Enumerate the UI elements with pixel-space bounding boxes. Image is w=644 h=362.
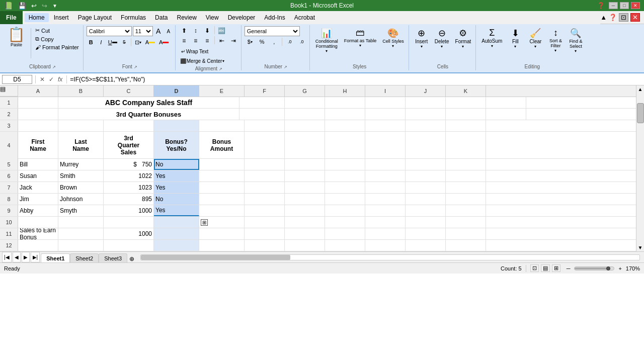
cell-J11[interactable] [406,228,446,239]
menu-insert[interactable]: Insert [50,13,73,22]
sheet-nav-first[interactable]: |◀ [2,252,12,262]
align-left-button[interactable]: ≡ [179,36,190,45]
indent-increase-button[interactable]: ⇥ [228,36,239,45]
cell-D7[interactable]: Yes [154,182,199,193]
cell-B12[interactable] [58,240,104,251]
format-painter-button[interactable]: 🖌 Format Painter [33,43,81,51]
cell-E8[interactable] [199,194,245,205]
cell-G6[interactable] [285,170,325,182]
page-break-view-button[interactable]: ⊞ [552,264,560,272]
help-button[interactable]: ❓ [597,2,605,9]
row-header-5[interactable]: 5 [0,159,18,170]
insert-sheet-button[interactable]: ⊕ [127,255,136,262]
normal-view-button[interactable]: ⊡ [530,264,539,272]
cell-A2[interactable] [18,109,58,120]
row-header-6[interactable]: 6 [0,170,18,182]
menu-page-layout[interactable]: Page Layout [74,13,116,22]
format-cells-button[interactable]: ⚙ Format ▾ [453,26,474,50]
percent-button[interactable]: % [257,37,268,46]
cell-E6[interactable] [199,170,245,182]
cell-A11[interactable]: Sales to Earn Bonus [18,228,58,239]
cell-I11[interactable] [365,228,406,239]
cell-E7[interactable] [199,182,245,193]
sheet-tab-2[interactable]: Sheet2 [70,253,99,262]
copy-button[interactable]: ⧉ Copy [33,35,81,43]
italic-button[interactable]: I [97,38,106,47]
zoom-slider[interactable] [574,266,614,270]
vertical-scrollbar[interactable]: ▲ ▼ [636,85,644,251]
cell-C11[interactable]: 1000 [104,228,154,239]
increase-decimal-button[interactable]: .0 [284,37,295,46]
formula-input[interactable] [70,75,642,84]
col-header-J[interactable]: J [406,85,446,97]
cell-K4[interactable] [446,132,486,159]
cell-A3[interactable] [18,120,58,131]
cell-E11[interactable] [199,228,245,239]
cell-J4[interactable] [406,132,446,159]
scroll-thumb[interactable] [637,103,644,123]
menu-acrobat[interactable]: Acrobat [290,13,319,22]
cell-A5[interactable]: Bill [18,159,58,170]
font-color-button[interactable]: A [157,38,170,47]
cell-G2[interactable] [325,109,365,120]
cell-E5[interactable] [199,159,245,170]
help-icon[interactable]: ❓ [609,14,617,21]
insert-cells-button[interactable]: ⊕ Insert ▾ [412,26,431,50]
cell-D12[interactable] [154,240,199,251]
row-header-4[interactable]: 4 [0,132,18,159]
cell-D10[interactable] [154,217,199,228]
redo-button[interactable]: ↪ [40,1,49,11]
menu-home[interactable]: Home [25,13,49,22]
cell-F9[interactable] [245,205,285,216]
sheet-nav-prev[interactable]: ◀ [13,252,21,262]
cell-styles-button[interactable]: 🎨 Cell Styles ▾ [380,26,407,50]
cell-I12[interactable] [365,240,406,251]
auto-fill-handle[interactable]: ⊞ [201,219,208,226]
cancel-formula-icon[interactable]: ✕ [39,76,46,83]
decrease-decimal-button[interactable]: .0 [296,37,307,46]
cell-G10[interactable] [285,217,325,228]
cell-F2[interactable] [285,109,325,120]
cell-F12[interactable] [245,240,285,251]
insert-function-icon[interactable]: fx [57,76,63,83]
conditional-formatting-button[interactable]: 📊 ConditionalFormatting ▾ [313,26,341,55]
row-header-2[interactable]: 2 [0,109,18,120]
cell-A6[interactable]: Susan [18,170,58,182]
ribbon-min-button[interactable]: ▲ [600,14,607,21]
cell-D9[interactable]: Yes [154,205,199,216]
cell-K3[interactable] [446,120,486,131]
page-layout-view-button[interactable]: ▤ [541,264,550,272]
cell-B2-merged[interactable]: 3rd Quarter Bonuses [58,109,239,120]
col-header-H[interactable]: H [325,85,365,97]
row-header-3[interactable]: 3 [0,120,18,131]
merge-center-button[interactable]: ⬛ Merge & Center ▾ [179,57,226,65]
cell-H9[interactable] [325,205,365,216]
zoom-out-button[interactable]: ─ [567,265,571,272]
fill-color-button[interactable]: A [144,38,156,47]
col-header-E[interactable]: E [199,85,245,97]
cell-E12[interactable] [199,240,245,251]
cell-G11[interactable] [285,228,325,239]
cell-K8[interactable] [446,194,486,205]
cell-H2[interactable] [365,109,406,120]
number-format-select[interactable]: General [245,26,300,36]
align-right-button[interactable]: ≡ [202,36,213,45]
cell-E4[interactable]: BonusAmount [199,132,245,159]
cell-H5[interactable] [325,159,365,170]
cell-K11[interactable] [446,228,486,239]
cell-C4[interactable]: 3rdQuarterSales [104,132,154,159]
cell-K9[interactable] [446,205,486,216]
cell-K1[interactable] [486,97,526,108]
cell-K12[interactable] [446,240,486,251]
col-header-C[interactable]: C [104,85,154,97]
border-button[interactable]: ⊡▾ [133,38,143,47]
cell-I2[interactable] [406,109,446,120]
cell-H3[interactable] [325,120,365,131]
bold-button[interactable]: B [87,38,96,47]
find-select-button[interactable]: 🔍 Find &Select ▾ [566,26,585,55]
file-menu[interactable]: File [0,11,23,24]
cell-D3[interactable] [154,120,199,131]
cell-B4[interactable]: LastName [58,132,104,159]
cell-I6[interactable] [365,170,406,182]
indent-decrease-button[interactable]: ⇤ [216,36,227,45]
